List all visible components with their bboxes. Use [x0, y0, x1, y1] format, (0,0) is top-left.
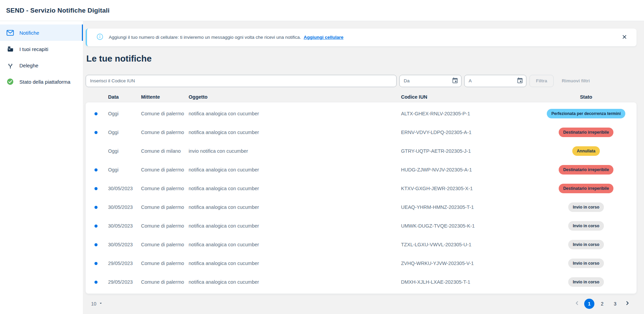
table-header-row: Data Mittente Oggetto Codice IUN Stato: [86, 93, 637, 102]
unread-indicator: [94, 148, 108, 154]
cell-status: Annullata: [572, 146, 600, 156]
previous-page-button[interactable]: [573, 299, 581, 309]
status-check-icon: [6, 78, 14, 86]
cell-sender: Comune di palermo: [141, 186, 189, 191]
sidebar: Notifiche I tuoi recapiti Deleghe Stato …: [0, 21, 83, 314]
unread-dot: [94, 243, 98, 246]
cell-status: Invio in corso: [568, 277, 604, 287]
unread-indicator: [94, 186, 108, 191]
column-header-subject: Oggetto: [189, 94, 401, 100]
cell-subject: notifica analogica con cucumber: [189, 261, 401, 266]
pagination: 123: [573, 299, 632, 309]
cell-status: Perfezionata per decorrenza termini: [547, 109, 625, 118]
iun-search-input[interactable]: [86, 75, 397, 87]
table-row[interactable]: 29/05/2023 Comune di palermo notifica an…: [94, 273, 628, 292]
banner-text: Aggiungi il tuo numero di cellulare: ti …: [109, 35, 615, 40]
column-header-date: Data: [108, 94, 141, 100]
cell-iun: KTXV-GXGH-JEWR-202305-X-1: [401, 186, 544, 191]
page-number-buttons: 123: [584, 299, 620, 309]
banner-close-button[interactable]: [621, 33, 628, 42]
sidebar-item-label: Deleghe: [19, 63, 38, 68]
status-badge: Invio in corso: [568, 221, 604, 231]
calendar-icon[interactable]: [517, 77, 523, 84]
cell-date: 30/05/2023: [108, 223, 141, 229]
unread-indicator: [94, 130, 108, 135]
cell-sender: Comune di palermo: [141, 167, 189, 172]
sidebar-item-stato-della-piattaforma[interactable]: Stato della piattaforma: [0, 73, 83, 90]
next-page-button[interactable]: [623, 299, 632, 309]
page-button-3[interactable]: 3: [610, 299, 620, 309]
cell-date: 29/05/2023: [108, 261, 141, 266]
caret-down-icon: [99, 301, 103, 306]
cell-status: Invio in corso: [568, 202, 604, 212]
unread-indicator: [94, 111, 108, 116]
page-button-2[interactable]: 2: [597, 299, 607, 309]
cell-sender: Comune di milano: [141, 148, 189, 154]
content-area: Aggiungi il tuo numero di cellulare: ti …: [83, 21, 644, 314]
table-row[interactable]: Oggi Comune di palermo notifica analogic…: [94, 104, 628, 123]
unread-indicator: [94, 167, 108, 172]
table-row[interactable]: Oggi Comune di palermo notifica analogic…: [94, 161, 628, 179]
cell-sender: Comune di palermo: [141, 261, 189, 266]
unread-indicator: [94, 242, 108, 247]
table-row[interactable]: 30/05/2023 Comune di palermo notifica an…: [94, 217, 628, 235]
add-phone-link[interactable]: Aggiungi cellulare: [304, 35, 344, 40]
cell-subject: notifica analogica con cucumber: [189, 223, 401, 229]
unread-dot: [94, 168, 98, 171]
calendar-icon[interactable]: [452, 77, 458, 84]
chevron-right-icon: [624, 300, 630, 307]
table-row[interactable]: Oggi Comune di milano invio notifica con…: [94, 142, 628, 161]
table-footer: 10 123: [86, 294, 637, 314]
sidebar-item-notifiche[interactable]: Notifiche: [0, 24, 83, 41]
add-phone-banner: Aggiungi il tuo numero di cellulare: ti …: [86, 29, 637, 46]
cell-sender: Comune di palermo: [141, 130, 189, 135]
close-icon: [622, 34, 627, 40]
status-badge: Invio in corso: [568, 240, 604, 249]
status-badge: Destinatario irreperibile: [559, 184, 613, 193]
mail-icon: [6, 29, 14, 37]
cell-date: 30/05/2023: [108, 242, 141, 247]
page-size-value: 10: [91, 301, 97, 307]
page-size-select[interactable]: 10: [89, 300, 105, 308]
unread-indicator: [94, 279, 108, 285]
cell-subject: notifica analogica con cucumber: [189, 111, 401, 116]
cell-date: 30/05/2023: [108, 186, 141, 191]
column-header-iun: Codice IUN: [401, 94, 544, 100]
sidebar-item-i-tuoi-recapiti[interactable]: I tuoi recapiti: [0, 41, 83, 57]
date-from-field: [399, 75, 462, 87]
table-row[interactable]: Oggi Comune di palermo notifica analogic…: [94, 123, 628, 142]
table-row[interactable]: 30/05/2023 Comune di palermo notifica an…: [94, 179, 628, 198]
cell-date: Oggi: [108, 167, 141, 172]
cell-iun: TZXL-LGXU-VWVL-202305-U-1: [401, 242, 544, 247]
table-row[interactable]: 30/05/2023 Comune di palermo notifica an…: [94, 198, 628, 217]
clear-filters-button[interactable]: Rimuovi filtri: [556, 75, 595, 87]
filter-button[interactable]: Filtra: [529, 75, 554, 87]
sidebar-item-label: I tuoi recapiti: [19, 46, 48, 52]
app-header: SEND - Servizio Notifiche Digitali: [0, 0, 644, 21]
table-row[interactable]: 30/05/2023 Comune di palermo notifica an…: [94, 235, 628, 254]
contacts-icon: [6, 45, 14, 53]
date-to-field: [464, 75, 526, 87]
cell-iun: ZVHQ-WRKU-YJVW-202305-V-1: [401, 261, 544, 266]
unread-dot: [94, 225, 98, 228]
unread-indicator: [94, 204, 108, 210]
table-row[interactable]: 29/05/2023 Comune di palermo notifica an…: [94, 254, 628, 273]
cell-status: Invio in corso: [568, 240, 604, 249]
cell-subject: notifica analogica con cucumber: [189, 242, 401, 247]
sidebar-item-deleghe[interactable]: Deleghe: [0, 57, 83, 73]
cell-subject: notifica analogica con cucumber: [189, 130, 401, 135]
cell-subject: notifica analogica con cucumber: [189, 167, 401, 172]
cell-sender: Comune di palermo: [141, 279, 189, 285]
cell-subject: notifica analogica con cucumber: [189, 279, 401, 285]
cell-sender: Comune di palermo: [141, 204, 189, 210]
page-button-1[interactable]: 1: [584, 299, 594, 309]
status-badge: Annullata: [572, 146, 600, 156]
unread-dot: [94, 112, 98, 115]
notifications-table: Oggi Comune di palermo notifica analogic…: [86, 102, 637, 294]
page-title: Le tue notifiche: [86, 53, 637, 64]
cell-iun: DMXH-XJLH-LXAE-202305-T-1: [401, 279, 544, 285]
sidebar-item-label: Stato della piattaforma: [19, 79, 70, 85]
cell-iun: UMWK-DUGZ-TVQE-202305-K-1: [401, 223, 544, 229]
status-badge: Invio in corso: [568, 277, 604, 287]
cell-date: 30/05/2023: [108, 204, 141, 210]
